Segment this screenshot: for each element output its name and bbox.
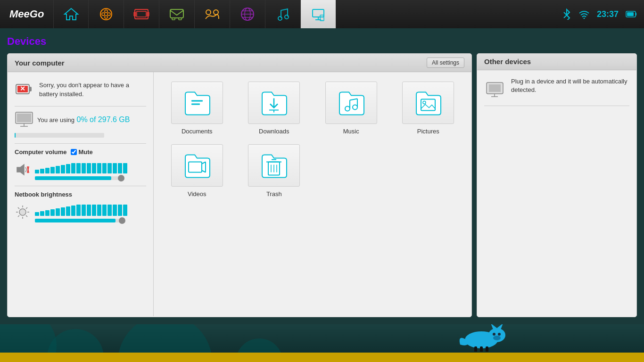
volume-icon — [15, 162, 31, 178]
svg-rect-21 — [313, 9, 324, 17]
taskbar-app-social[interactable] — [195, 0, 230, 28]
battery-message: Sorry, you don't appear to have a batter… — [39, 81, 146, 98]
folder-music[interactable]: Music — [317, 82, 385, 135]
volume-section: Computer volume Mute — [15, 148, 146, 186]
wifi-icon — [578, 9, 590, 19]
svg-line-49 — [26, 215, 27, 217]
svg-point-84 — [493, 336, 501, 340]
vol-bar-13 — [97, 163, 101, 173]
svg-point-20 — [285, 15, 289, 19]
br-bar-1 — [35, 212, 39, 216]
your-computer-body: ✕ Sorry, you don't appear to have a batt… — [8, 72, 471, 316]
bluetooth-icon — [562, 8, 571, 20]
brightness-slider[interactable] — [35, 219, 124, 222]
volume-controls — [15, 159, 146, 180]
volume-slider[interactable] — [35, 176, 124, 180]
svg-rect-53 — [191, 104, 200, 105]
devices-title: Devices — [7, 35, 637, 48]
other-devices-panel: Other devices Plug in a device and it wi… — [477, 53, 637, 317]
br-bar-2 — [40, 211, 44, 216]
your-computer-header: Your computer All settings — [8, 54, 471, 72]
volume-slider-container[interactable] — [35, 176, 124, 180]
br-bar-9 — [76, 205, 81, 216]
folder-videos-icon — [171, 144, 223, 187]
brightness-label: Netbook brightness — [15, 191, 146, 198]
meego-logo: MeeGo — [0, 8, 53, 20]
vol-bar-10 — [82, 163, 86, 173]
all-settings-button[interactable]: All settings — [427, 58, 464, 68]
content-row: Your computer All settings ✕ — [7, 53, 637, 317]
svg-rect-86 — [480, 346, 483, 352]
vol-bar-9 — [76, 163, 81, 173]
battery-error-icon: ✕ — [15, 81, 33, 99]
svg-point-13 — [214, 10, 218, 15]
taskbar-app-music[interactable] — [265, 0, 301, 28]
svg-line-48 — [18, 207, 19, 209]
folder-videos[interactable]: Videos — [163, 144, 231, 197]
svg-point-19 — [278, 16, 282, 20]
taskbar-app-multimedia[interactable] — [124, 0, 159, 28]
clock: 23:37 — [597, 9, 619, 19]
vol-bar-8 — [71, 163, 75, 173]
other-devices-title: Other devices — [484, 58, 531, 66]
vol-bar-3 — [45, 168, 50, 173]
folder-downloads-icon — [248, 82, 300, 124]
taskbar-app-browser[interactable] — [230, 0, 265, 28]
br-bar-6 — [61, 207, 65, 216]
vol-bar-5 — [56, 166, 60, 173]
br-bar-7 — [66, 206, 70, 216]
main-content: Devices Your computer All settings — [0, 28, 644, 324]
battery-icon-container: ✕ — [15, 79, 33, 100]
vol-bar-1 — [35, 170, 39, 173]
mute-checkbox[interactable]: Mute — [71, 148, 93, 156]
other-devices-divider — [484, 106, 629, 106]
vol-bar-4 — [50, 167, 55, 173]
brightness-section: Netbook brightness — [15, 191, 146, 222]
vol-bar-7 — [66, 164, 70, 173]
br-bar-8 — [71, 206, 75, 216]
folder-downloads[interactable]: Downloads — [240, 82, 308, 135]
taskbar-app-games[interactable] — [89, 0, 124, 28]
mute-label: Mute — [79, 148, 93, 156]
svg-rect-30 — [636, 13, 636, 16]
taskbar-app-devices[interactable] — [301, 0, 336, 28]
brightness-slider-container[interactable] — [35, 219, 124, 222]
mute-input[interactable] — [71, 149, 77, 155]
storage-bar — [15, 133, 104, 138]
folder-pictures[interactable]: Pictures — [395, 82, 462, 135]
br-bar-10 — [82, 205, 86, 216]
folder-trash[interactable]: Trash — [240, 144, 308, 197]
computer-sidebar: ✕ Sorry, you don't appear to have a batt… — [8, 72, 154, 316]
brightness-slider-thumb[interactable] — [119, 217, 125, 224]
br-bar-5 — [56, 208, 60, 216]
svg-rect-85 — [474, 346, 477, 352]
brightness-icon — [15, 204, 31, 221]
volume-slider-thumb[interactable] — [118, 175, 124, 181]
svg-marker-40 — [17, 165, 24, 175]
vol-bar-6 — [61, 165, 65, 173]
vol-bar-18 — [123, 163, 127, 173]
svg-text:✕: ✕ — [20, 85, 25, 92]
br-bar-4 — [50, 209, 55, 216]
taskbar-app-messaging[interactable] — [159, 0, 195, 28]
br-bar-11 — [87, 205, 91, 216]
taskbar: MeeGo — [0, 0, 644, 28]
folder-downloads-label: Downloads — [259, 128, 289, 135]
brightness-controls — [15, 202, 146, 222]
svg-rect-52 — [191, 100, 203, 102]
br-bar-12 — [92, 205, 96, 216]
vol-bar-11 — [87, 163, 91, 173]
storage-text: You are using — [37, 116, 74, 123]
vol-bar-17 — [118, 163, 122, 173]
folder-trash-icon — [248, 144, 300, 187]
svg-rect-77 — [489, 84, 501, 92]
folder-documents-icon — [171, 82, 223, 124]
folder-documents[interactable]: Documents — [163, 82, 231, 135]
vol-bar-14 — [102, 163, 107, 173]
taskbar-app-home[interactable] — [53, 0, 89, 28]
other-devices-body: Plug in a device and it will be automati… — [477, 70, 636, 106]
svg-rect-6 — [137, 11, 146, 17]
svg-rect-9 — [170, 9, 183, 18]
storage-section: You are using 0% of 297.6 GB — [15, 111, 146, 144]
other-devices-header: Other devices — [477, 54, 636, 70]
